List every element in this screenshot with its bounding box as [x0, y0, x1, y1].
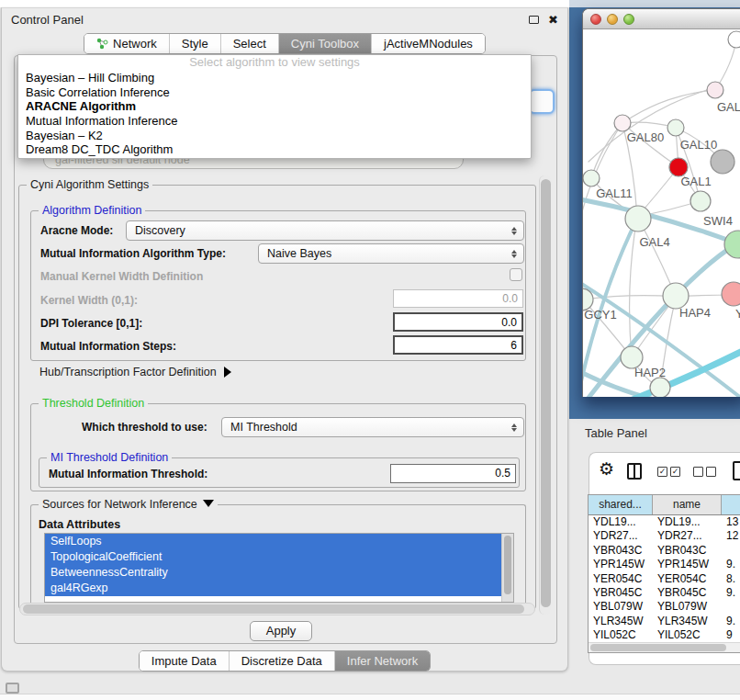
settings-horizontal-scrollbar-thumb[interactable]: [23, 604, 524, 614]
collapsed-panel-icon[interactable]: [6, 683, 19, 694]
checked-checkbox-icon[interactable]: ✓: [657, 467, 667, 477]
algorithm-dropdown-placeholder: Select algorithm to view settings: [18, 55, 531, 71]
manual-kernel-width-label: Manual Kernel Width Definition: [40, 270, 203, 283]
table-cell: 9.: [722, 586, 740, 600]
gear-icon[interactable]: ⚙: [599, 458, 614, 479]
table-cell: YPR145W: [589, 558, 653, 571]
column-header-name[interactable]: name: [653, 495, 722, 514]
network-canvas[interactable]: GALGAL80GAL10GAL11GAL1SWI4GAL4GCY1HAP4YH…: [583, 29, 740, 397]
algorithm-option-bayesian-k2[interactable]: Bayesian – K2: [18, 129, 531, 143]
tab-cyni-toolbox[interactable]: Cyni Toolbox: [279, 34, 372, 53]
node-label-hap2: HAP2: [634, 366, 666, 379]
tab-infer-network[interactable]: Infer Network: [335, 651, 430, 671]
table-horizontal-scrollbar-thumb[interactable]: [590, 644, 726, 651]
network-node[interactable]: [724, 231, 740, 258]
network-node[interactable]: [669, 158, 688, 176]
zoom-traffic-light-button[interactable]: [623, 14, 634, 25]
table-row[interactable]: YIL052CYIL052C9: [589, 628, 740, 642]
network-node[interactable]: [625, 206, 651, 231]
minimize-traffic-light-button[interactable]: [607, 14, 618, 25]
kernel-width-field[interactable]: 0.0: [393, 289, 523, 308]
network-edge[interactable]: [591, 123, 622, 178]
dpi-tolerance-field[interactable]: 0.0: [393, 312, 523, 332]
node-label-gal4: GAL4: [639, 235, 669, 249]
table-row[interactable]: YPR145WYPR145W9.: [589, 558, 740, 571]
sources-group: Sources for Network Inference Data Attri…: [30, 504, 526, 605]
table-row[interactable]: YBR043CYBR043C: [589, 544, 740, 558]
sources-legend-label: Sources for Network Inference: [42, 498, 197, 511]
status-bar: [0, 694, 740, 700]
column-header-2[interactable]: [722, 495, 740, 514]
network-node[interactable]: [711, 150, 734, 174]
tab-network[interactable]: Network: [84, 34, 170, 53]
attribute-list-scrollbar-thumb[interactable]: [504, 536, 511, 594]
float-window-icon[interactable]: [529, 16, 539, 24]
tab-jactivemnodules[interactable]: jActiveMNodules: [372, 34, 485, 53]
hub-definition-expander[interactable]: Hub/Transcription Factor Definition: [39, 366, 231, 378]
table-row[interactable]: YDL19...YDL19...13: [589, 515, 740, 529]
tab-discretize-data[interactable]: Discretize Data: [230, 651, 335, 671]
apply-button[interactable]: Apply: [250, 621, 312, 641]
table-cell: YBR043C: [653, 544, 722, 558]
split-columns-icon[interactable]: [627, 463, 642, 480]
which-threshold-combobox[interactable]: MI Threshold: [221, 417, 524, 437]
tab-select[interactable]: Select: [221, 34, 279, 53]
data-attributes-list[interactable]: SelfLoopsTopologicalCoefficientBetweenne…: [44, 533, 514, 603]
settings-horizontal-scrollbar[interactable]: [19, 603, 535, 615]
table-row[interactable]: YBR045CYBR045C9.: [589, 586, 740, 600]
unchecked-checkbox-icon[interactable]: [693, 467, 703, 477]
algorithm-option-dream8-dc-tdc-algorithm[interactable]: Dream8 DC_TDC Algorithm: [18, 142, 531, 157]
attribute-item-betweennesscentrality[interactable]: BetweennessCentrality: [45, 565, 513, 581]
column-header-shared[interactable]: shared...: [589, 495, 653, 514]
attribute-list-scrollbar[interactable]: [501, 534, 513, 602]
network-node[interactable]: [663, 283, 689, 309]
algorithm-option-bayesian-hill-climbing[interactable]: Bayesian – Hill Climbing: [18, 71, 531, 85]
attribute-item-gal4rgexp[interactable]: gal4RGexp: [45, 581, 513, 596]
network-node[interactable]: [667, 119, 684, 136]
network-node[interactable]: [690, 191, 711, 211]
tab-impute-data[interactable]: Impute Data: [140, 651, 230, 671]
network-node[interactable]: [650, 378, 670, 397]
close-icon[interactable]: ✖: [548, 14, 558, 26]
node-label-gal11: GAL11: [596, 186, 633, 200]
network-window-titlebar[interactable]: [583, 9, 740, 29]
network-node[interactable]: [707, 82, 723, 98]
network-graph[interactable]: GALGAL80GAL10GAL11GAL1SWI4GAL4GCY1HAP4YH…: [583, 29, 740, 397]
table-cell: YBR043C: [589, 544, 653, 558]
table-row[interactable]: YLR345WYLR345W9.: [589, 615, 740, 628]
collapse-down-triangle-icon: [203, 500, 214, 507]
attribute-item-selfloops[interactable]: SelfLoops: [45, 534, 513, 549]
algorithm-combobox-focus-ring[interactable]: [529, 89, 555, 114]
table-horizontal-scrollbar[interactable]: [589, 642, 740, 652]
network-node[interactable]: [583, 170, 600, 186]
node-label-swi4: SWI4: [703, 214, 733, 228]
network-node[interactable]: [722, 282, 740, 306]
table-row[interactable]: YBL079WYBL079W: [589, 600, 740, 614]
settings-vertical-scrollbar-thumb[interactable]: [541, 179, 551, 607]
mi-algorithm-type-combobox[interactable]: Naive Bayes: [258, 243, 524, 264]
aracne-mode-combobox[interactable]: Discovery: [126, 220, 524, 241]
close-traffic-light-button[interactable]: [590, 14, 601, 25]
network-node[interactable]: [614, 115, 631, 131]
mi-steps-field[interactable]: 6: [393, 335, 523, 355]
app-background-strip: [0, 0, 571, 7]
settings-vertical-scrollbar[interactable]: [539, 175, 551, 615]
table-cell: YIL052C: [653, 628, 722, 642]
attribute-item-topologicalcoefficient[interactable]: TopologicalCoefficient: [45, 549, 513, 565]
algorithm-option-mutual-information-inference[interactable]: Mutual Information Inference: [18, 114, 531, 129]
tab-style[interactable]: Style: [170, 34, 221, 53]
desktop-top-strip: [569, 0, 740, 7]
algorithm-option-aracne-algorithm[interactable]: ARACNE Algorithm: [18, 99, 531, 114]
sources-legend[interactable]: Sources for Network Inference: [39, 498, 218, 511]
network-edge[interactable]: [622, 90, 715, 123]
mi-threshold-field[interactable]: 0.5: [390, 464, 516, 483]
manual-kernel-width-checkbox[interactable]: [510, 268, 522, 281]
algorithm-option-basic-correlation-inference[interactable]: Basic Correlation Inference: [18, 85, 531, 100]
table-row[interactable]: YDR27...YDR27...12: [589, 529, 740, 543]
network-node[interactable]: [728, 31, 740, 48]
unchecked-checkbox-icon[interactable]: [706, 467, 716, 477]
table-row[interactable]: YER054CYER054C8.: [589, 572, 740, 586]
checked-checkbox-icon[interactable]: ✓: [670, 467, 680, 477]
document-icon[interactable]: [733, 461, 740, 480]
control-panel-titlebar: Control Panel ✖: [2, 8, 567, 30]
